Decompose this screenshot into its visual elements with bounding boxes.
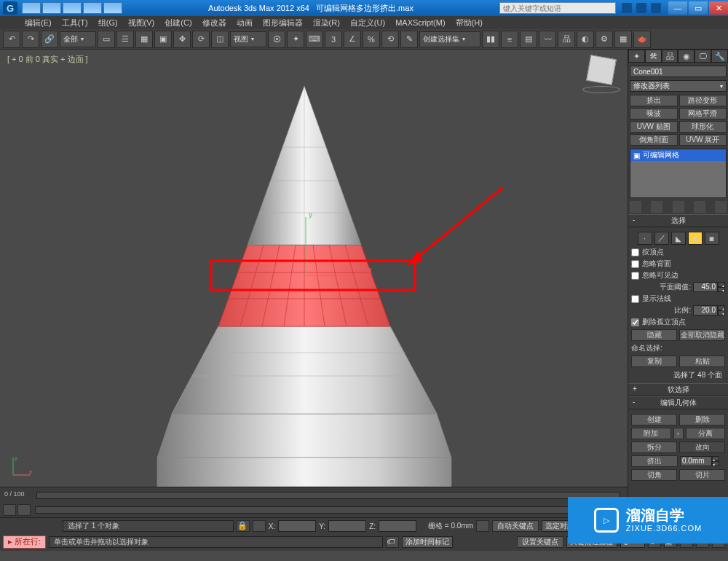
mod-uvwunwrap[interactable]: UVW 展开 [679, 134, 727, 146]
edit-named-sel-button[interactable]: ✎ [400, 31, 418, 48]
link-button[interactable]: 🔗 [41, 31, 58, 48]
menu-maxscript[interactable]: MAXScript(M) [391, 17, 449, 28]
adaptive-degrade-icon[interactable] [476, 520, 489, 532]
render-button[interactable]: 🫖 [633, 31, 651, 48]
unhide-all-button[interactable]: 全部取消隐藏 [679, 329, 725, 341]
menu-customize[interactable]: 自定义(U) [346, 17, 389, 29]
break-button[interactable]: 拆分 [631, 442, 677, 453]
dope-sheet-icon[interactable] [17, 504, 31, 516]
help-search-input[interactable] [499, 2, 616, 14]
angle-snap-button[interactable]: ∠ [344, 31, 361, 48]
thumb[interactable] [83, 2, 102, 14]
scale-spinner[interactable]: 20.0▴▾ [693, 305, 725, 315]
curve-editor-button[interactable]: 〰 [539, 31, 556, 48]
select-manipulate-button[interactable]: ✦ [287, 31, 304, 48]
time-slider[interactable]: 0 / 100 0 5 10 15 20 25 30 35 40 45 50 5… [0, 487, 628, 503]
snap-toggle-button[interactable]: 3 [325, 31, 342, 48]
auto-key-button[interactable]: 自动关键点 [492, 520, 539, 532]
by-vertex-check[interactable]: 按顶点 [631, 247, 725, 257]
coord-z-field[interactable] [379, 520, 416, 532]
subobj-polygon[interactable]: ■ [688, 232, 703, 245]
rollout-selection-header[interactable]: 选择 [628, 214, 728, 227]
hierarchy-tab[interactable]: 品 [662, 50, 678, 63]
attach-button[interactable]: 附加 [631, 428, 671, 439]
maximize-button[interactable]: ▭ [689, 1, 708, 15]
attach-list-button[interactable]: ▫ [673, 428, 684, 439]
display-tab[interactable]: 🖵 [695, 50, 711, 63]
remove-modifier-icon[interactable] [694, 201, 705, 213]
menu-group[interactable]: 组(G) [94, 17, 122, 29]
time-track[interactable]: 0 5 10 15 20 25 30 35 40 45 50 55 60 65 … [36, 492, 620, 499]
viewcube[interactable] [582, 57, 620, 95]
menu-edit[interactable]: 编辑(E) [20, 17, 56, 29]
undo-button[interactable]: ↶ [3, 31, 20, 48]
move-button[interactable]: ✥ [173, 31, 191, 48]
delete-button[interactable]: 删除 [679, 414, 725, 425]
turn-button[interactable]: 改向 [679, 442, 725, 453]
extrude-spinner[interactable]: 0.0mm▴▾ [680, 455, 725, 467]
thumb[interactable] [22, 2, 41, 14]
mod-meshsmooth[interactable]: 网格平滑 [679, 108, 727, 119]
paste-button[interactable]: 粘贴 [679, 356, 725, 367]
modifier-list-dropdown[interactable]: 修改器列表 [630, 80, 727, 92]
scale-button[interactable]: ◫ [211, 31, 229, 48]
pin-stack-icon[interactable] [630, 201, 641, 213]
subobj-element[interactable]: ◙ [705, 232, 719, 245]
thumb[interactable] [42, 2, 61, 14]
mod-pathdeform[interactable]: 路径变形 [679, 95, 727, 106]
select-region-button[interactable]: ▦ [135, 31, 153, 48]
schematic-view-button[interactable]: 品 [558, 31, 575, 48]
menu-help[interactable]: 帮助(H) [451, 17, 487, 29]
redo-button[interactable]: ↷ [22, 31, 39, 48]
spinner-snap-button[interactable]: ⟲ [381, 31, 399, 48]
trackbar-slider[interactable] [35, 506, 593, 514]
pivot-button[interactable]: ⦿ [268, 31, 285, 48]
chamfer-button[interactable]: 切角 [631, 469, 677, 481]
percent-snap-button[interactable]: % [363, 31, 380, 48]
ref-coord-dropdown[interactable]: 视图 [230, 31, 266, 47]
menu-animation[interactable]: 动画 [232, 17, 257, 29]
material-editor-button[interactable]: ◐ [577, 31, 594, 48]
rollout-editgeom-header[interactable]: 编辑几何体 [628, 396, 728, 409]
menu-create[interactable]: 创建(C) [160, 17, 196, 29]
menu-modifiers[interactable]: 修改器 [198, 17, 231, 29]
subobj-vertex[interactable]: · [638, 232, 652, 245]
make-unique-icon[interactable] [673, 201, 684, 213]
selection-scope-dropdown[interactable]: 全部 [60, 31, 96, 47]
copy-button[interactable]: 复制 [631, 356, 677, 367]
mirror-button[interactable]: ▮▮ [482, 31, 499, 48]
coord-y-field[interactable] [328, 520, 366, 532]
stack-item-editmesh[interactable]: ▣ 可编辑网格 [630, 149, 726, 161]
create-button[interactable]: 创建 [631, 414, 677, 425]
curve-editor-icon[interactable] [3, 504, 16, 516]
delete-isolated-check[interactable]: 删除孤立顶点 [631, 317, 725, 327]
isolate-icon[interactable] [253, 520, 266, 532]
infocenter-icon[interactable] [622, 3, 632, 13]
utilities-tab[interactable]: 🔧 [711, 50, 728, 63]
menu-grapheditors[interactable]: 图形编辑器 [258, 17, 307, 29]
modify-tab[interactable]: 🛠 [645, 50, 662, 63]
subobj-face[interactable]: ◣ [671, 232, 686, 245]
window-crossing-button[interactable]: ▣ [154, 31, 172, 48]
select-name-button[interactable]: ☰ [116, 31, 134, 48]
add-time-tag[interactable]: 添加时间标记 [402, 536, 453, 548]
hide-button[interactable]: 隐藏 [631, 329, 677, 341]
mod-extrude[interactable]: 挤出 [630, 95, 678, 106]
named-selection-dropdown[interactable]: 创建选择集 [419, 31, 480, 47]
star-icon[interactable] [636, 3, 646, 13]
help-icon[interactable] [651, 3, 661, 13]
render-setup-button[interactable]: ⚙ [596, 31, 613, 48]
script-locate-button[interactable]: ▸ 所在行: [3, 536, 46, 549]
render-frame-button[interactable]: ▦ [614, 31, 632, 48]
slice-button[interactable]: 切片 [679, 469, 725, 481]
coord-x-field[interactable] [278, 520, 316, 532]
minimize-button[interactable]: — [668, 1, 687, 15]
align-button[interactable]: ≡ [501, 31, 518, 48]
mod-bevelprofile[interactable]: 倒角剖面 [630, 134, 678, 146]
viewport[interactable]: [ + 0 前 0 真实 + 边面 ] [0, 50, 628, 487]
time-tag-icon[interactable]: 🏷 [386, 536, 399, 548]
motion-tab[interactable]: ◉ [678, 50, 695, 63]
rollout-softsel-header[interactable]: 软选择 [628, 383, 728, 396]
close-button[interactable]: ✕ [709, 1, 728, 15]
create-tab[interactable]: ✦ [628, 50, 645, 63]
